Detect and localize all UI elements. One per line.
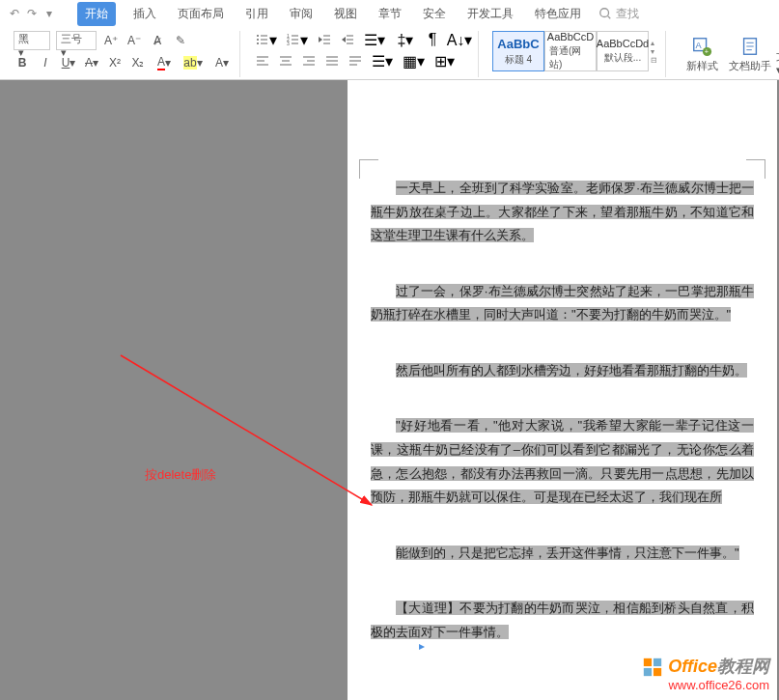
watermark: Office教程网 www.office26.com [642,655,769,692]
svg-text:+: + [705,47,709,56]
doc-paragraph[interactable]: 过了一会，保罗·布兰德威尔博士突然站了起来，一巴掌把那瓶牛奶瓶打碎在水槽里，同时… [371,284,754,322]
line-spacing-button[interactable]: ‡▾ [393,31,418,48]
svg-rect-51 [644,668,652,676]
increase-font-button[interactable]: A⁺ [102,32,120,49]
styles-expand[interactable]: ⊟ [651,56,657,65]
tab-view[interactable]: 视图 [330,2,361,26]
strike-button[interactable]: A▾ [83,54,100,71]
decrease-font-button[interactable]: A⁻ [125,32,143,49]
svg-marker-14 [319,37,322,42]
page-indicator-icon: ▸ [419,639,432,653]
font-family-select[interactable]: 黑 ▾ [14,31,50,50]
svg-text:3: 3 [287,41,290,46]
superscript-button[interactable]: X² [106,54,124,71]
doc-paragraph[interactable]: 能做到的，只是把它忘掉，丢开这件事情，只注意下一件事。" [396,546,739,560]
doc-paragraph[interactable]: 然后他叫所有的人都到水槽旁边，好好地看看那瓶打翻的牛奶。 [396,363,747,378]
show-marks-button[interactable]: ¶ [424,31,441,48]
numbering-button[interactable]: 123▾ [285,31,310,48]
align-justify-button[interactable] [323,52,341,70]
svg-rect-52 [654,668,661,676]
tab-insert[interactable]: 插入 [129,2,160,26]
document-page[interactable]: 一天早上，全班到了科学实验室。老师保罗·布兰德威尔博士把一瓶牛奶放在桌子边上。大… [348,80,777,700]
distribute-button[interactable] [347,52,364,70]
style-default-para[interactable]: AaBbCcDd 默认段... [597,31,649,71]
svg-rect-49 [644,658,652,666]
highlight-button[interactable]: ab▾ [181,54,205,71]
annotation-arrow [116,350,386,515]
svg-point-6 [257,42,259,44]
svg-marker-18 [342,37,346,42]
decrease-indent-button[interactable] [316,31,333,48]
search-icon [598,7,612,20]
svg-line-1 [608,16,611,19]
qat-dropdown[interactable]: ▾ [42,7,56,20]
styles-scroll-up[interactable]: ▴ [651,39,657,47]
tab-review[interactable]: 审阅 [286,2,317,26]
font-color-button[interactable]: A▾ [153,54,176,71]
doc-helper-button[interactable]: 文档助手 [728,32,772,76]
doc-helper-icon [739,36,761,57]
search-input[interactable]: 查找 [598,6,639,22]
annotation-text: 按delete删除 [145,466,216,484]
align-center-button[interactable] [277,52,294,70]
svg-point-4 [257,39,259,41]
styles-scroll-down[interactable]: ▾ [651,47,657,56]
shading-button[interactable]: ▦▾ [401,52,426,70]
increase-indent-button[interactable] [339,31,356,48]
clear-format-button[interactable]: A̷ [149,32,166,49]
redo-icon[interactable]: ↷ [25,7,39,20]
watermark-logo-icon [642,657,663,678]
tab-layout[interactable]: 页面布局 [174,2,228,26]
margin-corner-tl [359,159,378,179]
svg-text:A: A [696,40,703,49]
format-painter-button[interactable]: ✎ [172,32,189,49]
new-style-button[interactable]: A+ 新样式 [680,32,724,76]
svg-rect-50 [654,658,661,666]
tab-chapter[interactable]: 章节 [375,2,405,26]
text-direction-button[interactable]: ☰▾ [362,31,387,48]
undo-icon[interactable]: ↶ [8,7,21,20]
align-left-button[interactable] [254,52,271,70]
doc-paragraph[interactable]: "好好地看一看，"他对大家说，"我希望大家能一辈子记住这一课，这瓶牛奶已经没有了… [371,418,754,504]
tab-developer[interactable]: 开发工具 [463,2,517,26]
doc-paragraph[interactable]: 一天早上，全班到了科学实验室。老师保罗·布兰德威尔博士把一瓶牛奶放在桌子边上。大… [371,181,754,242]
search-placeholder: 查找 [616,6,639,22]
borders-button[interactable]: ⊞▾ [431,52,457,70]
margin-corner-tr [746,159,765,179]
svg-point-2 [257,35,259,37]
style-heading4[interactable]: AaBbC 标题 4 [492,31,544,71]
char-shading-button[interactable]: A▾ [210,54,234,71]
sort-button[interactable]: A↓▾ [447,31,472,48]
tab-security[interactable]: 安全 [419,2,450,26]
align-right-button[interactable] [300,52,318,70]
subscript-button[interactable]: X₂ [129,54,147,71]
tab-start[interactable]: 开始 [77,2,116,26]
paragraph-spacing-button[interactable]: ☰▾ [370,52,395,70]
font-size-select[interactable]: 三号 ▾ [56,31,97,50]
style-normal-web[interactable]: AaBbCcD 普通(网站) [544,31,597,71]
new-style-icon: A+ [691,36,712,57]
tab-references[interactable]: 引用 [241,2,272,26]
tab-special[interactable]: 特色应用 [531,2,585,26]
bullets-button[interactable]: ▾ [254,31,279,48]
italic-button[interactable]: I [37,54,54,71]
svg-point-0 [600,9,609,17]
doc-paragraph[interactable]: 【大道理】不要为打翻的牛奶而哭泣，相信船到桥头自然直，积极的去面对下一件事情。 [371,601,754,639]
